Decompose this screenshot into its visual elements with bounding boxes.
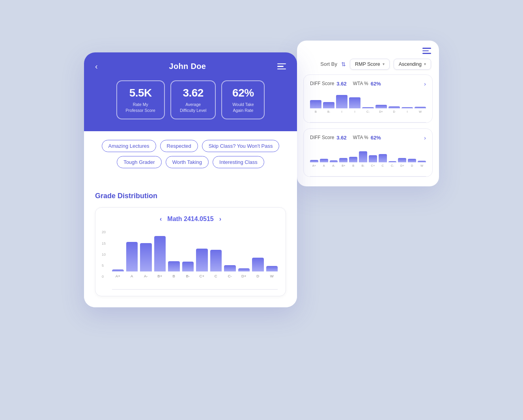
stat-diff-label: AverageDifficulty Level <box>180 102 207 113</box>
mini-bar-label: B <box>315 110 317 113</box>
mini-bar-col: I <box>336 95 347 113</box>
mini-bar-col: A <box>320 159 328 167</box>
tags-section: Amazing Lectures Respected Skip Class? Y… <box>84 131 297 182</box>
bar-label: A <box>131 274 133 278</box>
mini-bar-col: A+ <box>310 160 318 167</box>
mini-chart-2: A+AA-B+BB-C+CC-D+DW <box>310 145 426 177</box>
mini-bar <box>362 107 374 108</box>
mini-bar-col: I <box>402 107 413 113</box>
ascending-dropdown[interactable]: Ascending ▾ <box>394 59 431 70</box>
bar-col: A+ <box>112 269 124 278</box>
mini-bar <box>415 107 426 108</box>
ascending-dropdown-label: Ascending <box>399 61 422 67</box>
mini-bar-label: W <box>420 164 423 167</box>
mini-bar-label: B <box>352 164 354 167</box>
right-menu-icon[interactable] <box>422 48 431 54</box>
mini-bar-label: A <box>323 164 325 167</box>
mini-bar-label: B- <box>327 110 331 113</box>
mini-bar-col: A- <box>330 160 338 167</box>
y-axis: 20 15 10 5 0 <box>102 230 106 279</box>
course-cards-list: DIFF Score 3.62 WTA % 62% › BB-IIC-D+DIW <box>297 74 439 177</box>
stat-rmp-value: 5.5K <box>126 87 155 99</box>
course-card-1-scores: DIFF Score 3.62 WTA % 62% <box>310 81 381 87</box>
mini-bar-col: C- <box>362 107 374 113</box>
rmp-dropdown-arrow: ▾ <box>383 62 385 66</box>
tag-worth-taking[interactable]: Worth Taking <box>166 156 209 168</box>
mini-bar-label: W <box>419 110 422 113</box>
bar-col: B- <box>182 262 194 278</box>
mini-bar-label: C- <box>391 164 394 167</box>
stat-wta-value: 62% <box>231 87 255 99</box>
sort-row: Sort By ⇅ RMP Score ▾ Ascending ▾ <box>297 57 439 74</box>
sort-icon[interactable]: ⇅ <box>341 61 346 67</box>
course-card-1-header: DIFF Score 3.62 WTA % 62% › <box>310 80 426 87</box>
tag-amazing-lectures[interactable]: Amazing Lectures <box>102 140 156 152</box>
mini-bar-label: D+ <box>400 164 404 167</box>
mini-bar <box>379 154 387 162</box>
mini-bar-label: B- <box>362 164 365 167</box>
bar <box>224 265 236 271</box>
mini-bar <box>375 105 387 108</box>
mini-bar-col: B- <box>359 151 367 167</box>
menu-icon[interactable] <box>277 63 286 70</box>
tag-interesting-class[interactable]: Interesting Class <box>213 156 264 168</box>
bar-col: B <box>168 261 180 278</box>
diff-score-item-1: DIFF Score 3.62 <box>310 81 347 87</box>
bar-label: B- <box>186 274 190 278</box>
tags-row-2: Tough Grader Worth Taking Interesting Cl… <box>93 156 288 168</box>
chart-next-button[interactable]: › <box>219 216 221 223</box>
mini-bar-label: I <box>407 110 407 113</box>
professor-card: ‹ John Doe 5.5K Rate MyProfessor Score 3… <box>84 52 297 307</box>
tag-tough-grader[interactable]: Tough Grader <box>117 156 162 168</box>
mini-bar-label: A+ <box>312 164 316 167</box>
bar-label: B+ <box>157 274 162 278</box>
bar-col: C <box>210 250 222 278</box>
wta-score-item-1: WTA % 62% <box>353 81 381 87</box>
stat-diff: 3.62 AverageDifficulty Level <box>170 80 216 119</box>
mini-bar <box>320 159 328 162</box>
mini-bar <box>389 161 397 162</box>
mini-bar-col: B+ <box>339 158 347 167</box>
grade-chart-card: ‹ Math 2414.0515 › 20 15 10 5 0 A+AA-B+B… <box>95 207 286 296</box>
bar <box>126 242 138 271</box>
chart-prev-button[interactable]: ‹ <box>160 216 162 223</box>
mini-bar-label: C- <box>366 110 370 113</box>
mini-bar <box>339 158 347 162</box>
mini-bar-col: C <box>379 154 387 167</box>
course-card-1-arrow[interactable]: › <box>424 80 426 87</box>
mini-bar-col: B <box>310 100 321 113</box>
bar <box>196 249 208 271</box>
course-card-1: DIFF Score 3.62 WTA % 62% › BB-IIC-D+DIW <box>303 74 433 123</box>
course-card-2-arrow[interactable]: › <box>424 134 426 141</box>
mini-bar <box>310 160 318 162</box>
mini-bar-label: D <box>393 110 395 113</box>
course-card-2-header: DIFF Score 3.62 WTA % 62% › <box>310 134 426 141</box>
mini-bar <box>369 155 377 162</box>
mini-bar-label: I <box>342 110 342 113</box>
mini-bar <box>408 159 416 162</box>
bar-label: A- <box>144 274 148 278</box>
rmp-score-dropdown[interactable]: RMP Score ▾ <box>350 59 390 70</box>
bar-label: A+ <box>116 274 120 278</box>
bar <box>182 262 194 271</box>
tags-row-1: Amazing Lectures Respected Skip Class? Y… <box>93 140 288 152</box>
mini-bar-col: I <box>349 97 360 113</box>
bar-col: A- <box>140 243 152 278</box>
mini-bar-col: B- <box>323 102 334 113</box>
bar-col: C- <box>224 265 236 278</box>
grade-section: Grade Distribution ‹ Math 2414.0515 › 20… <box>84 182 297 307</box>
diff-score-item-2: DIFF Score 3.62 <box>310 135 347 141</box>
bar-label: B <box>173 274 175 278</box>
mini-bar <box>323 102 334 108</box>
bar <box>154 236 166 271</box>
ascending-dropdown-arrow: ▾ <box>424 62 426 66</box>
bar-col: A <box>126 242 138 278</box>
mini-bar-label: D <box>411 164 413 167</box>
course-card-2-scores: DIFF Score 3.62 WTA % 62% <box>310 135 381 141</box>
bar <box>252 258 264 271</box>
tag-skip-class[interactable]: Skip Class? You Won't Pass <box>202 140 280 152</box>
bar-col: B+ <box>154 236 166 278</box>
tag-respected[interactable]: Respected <box>160 140 198 152</box>
back-button[interactable]: ‹ <box>95 62 98 71</box>
stat-wta: 62% Would TakeAgain Rate <box>221 80 265 119</box>
